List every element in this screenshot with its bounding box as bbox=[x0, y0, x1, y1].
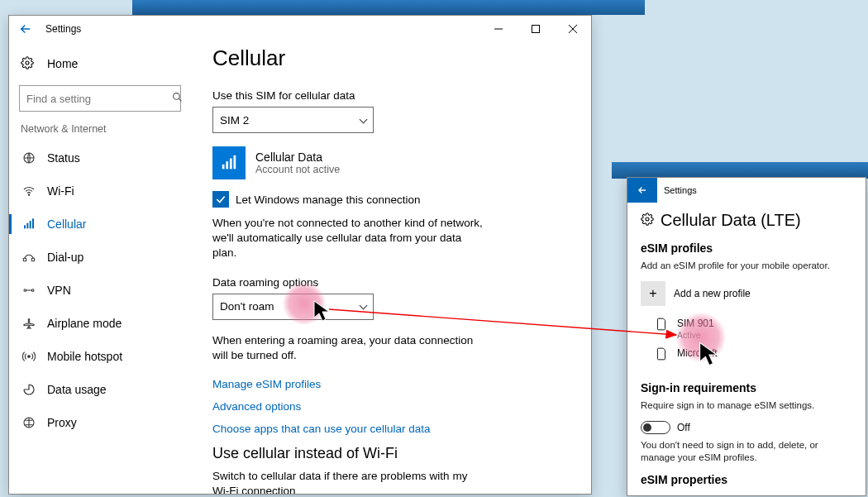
link-choose-apps[interactable]: Choose apps that can use your cellular d… bbox=[212, 423, 575, 435]
roaming-select[interactable]: Don't roam bbox=[212, 294, 374, 320]
wifi-fallback-sub: Switch to cellular data if there are pro… bbox=[212, 469, 485, 494]
dialup-icon bbox=[21, 251, 37, 264]
sidebar: Home Network & Internet Status Wi-Fi Cel… bbox=[9, 42, 191, 494]
content-pane: Cellular Use this SIM for cellular data … bbox=[191, 42, 591, 494]
svg-rect-21 bbox=[230, 159, 232, 170]
add-profile-label: Add a new profile bbox=[674, 288, 751, 299]
checkbox-label: Let Windows manage this connection bbox=[236, 194, 421, 206]
svg-rect-20 bbox=[226, 161, 228, 169]
svg-rect-9 bbox=[24, 225, 26, 228]
sidebar-item-airplane[interactable]: Airplane mode bbox=[9, 307, 191, 340]
profile-name: Microsoft bbox=[677, 347, 718, 359]
toggle-state-label: Off bbox=[677, 422, 690, 433]
find-setting-box[interactable] bbox=[19, 85, 181, 112]
sidebar-item-hotspot[interactable]: Mobile hotspot bbox=[9, 340, 191, 373]
roaming-label: Data roaming options bbox=[212, 276, 575, 289]
roaming-value: Don't roam bbox=[220, 300, 274, 313]
close-button[interactable] bbox=[554, 16, 591, 42]
link-manage-esim[interactable]: Manage eSIM profiles bbox=[212, 378, 575, 390]
sidebar-item-label: Data usage bbox=[47, 383, 107, 396]
gear-icon bbox=[21, 56, 37, 72]
globe-icon bbox=[21, 151, 37, 165]
svg-rect-12 bbox=[32, 218, 34, 228]
svg-rect-14 bbox=[31, 258, 34, 260]
sidebar-item-proxy[interactable]: Proxy bbox=[9, 406, 191, 439]
esim-window: Settings Cellular Data (LTE) eSIM profil… bbox=[627, 177, 866, 496]
profile-name: SIM 901 bbox=[677, 318, 714, 329]
sidebar-home[interactable]: Home bbox=[9, 47, 191, 80]
svg-rect-11 bbox=[30, 221, 31, 228]
manage-connection-checkbox-row[interactable]: Let Windows manage this connection bbox=[212, 191, 575, 208]
titlebar: Settings bbox=[9, 16, 591, 42]
add-profile-button[interactable]: + Add a new profile bbox=[641, 281, 852, 306]
sidebar-item-status[interactable]: Status bbox=[9, 141, 191, 174]
esim-profiles-heading: eSIM profiles bbox=[641, 241, 852, 255]
back-button[interactable] bbox=[627, 178, 657, 203]
cellular-icon bbox=[21, 217, 37, 231]
back-button[interactable] bbox=[9, 16, 42, 42]
esim-heading-text: Cellular Data (LTE) bbox=[661, 211, 801, 230]
roaming-desc: When entering a roaming area, your data … bbox=[212, 333, 485, 363]
esim-profile-row[interactable]: SIM 901 Active bbox=[641, 318, 852, 342]
data-usage-icon bbox=[21, 383, 37, 396]
chevron-down-icon bbox=[360, 115, 368, 123]
sidebar-item-vpn[interactable]: VPN bbox=[9, 274, 191, 307]
manage-connection-desc: When you're not connected to another kin… bbox=[212, 216, 485, 261]
signin-sub: Require sign in to manage eSIM settings. bbox=[641, 399, 852, 413]
sidebar-section-label: Network & Internet bbox=[9, 123, 191, 141]
svg-point-4 bbox=[26, 61, 29, 65]
sidebar-item-wifi[interactable]: Wi-Fi bbox=[9, 174, 191, 208]
checkbox-checked-icon bbox=[212, 191, 229, 208]
sim-select-label: Use this SIM for cellular data bbox=[212, 89, 575, 102]
link-advanced-options[interactable]: Advanced options bbox=[212, 400, 575, 413]
svg-point-23 bbox=[646, 217, 649, 221]
svg-point-17 bbox=[28, 356, 31, 358]
esim-profile-row[interactable]: Microsoft bbox=[641, 347, 852, 363]
signin-toggle-row[interactable]: Off bbox=[641, 421, 852, 434]
sidebar-item-dialup[interactable]: Dial-up bbox=[9, 241, 191, 274]
svg-rect-19 bbox=[222, 165, 225, 170]
wifi-fallback-heading: Use cellular instead of Wi-Fi bbox=[212, 445, 575, 462]
sidebar-item-label: Dial-up bbox=[47, 251, 83, 264]
sidebar-item-label: Mobile hotspot bbox=[47, 350, 122, 363]
sidebar-item-cellular[interactable]: Cellular bbox=[9, 208, 191, 241]
svg-point-15 bbox=[24, 289, 26, 292]
wifi-icon bbox=[21, 184, 37, 198]
chevron-down-icon bbox=[360, 302, 368, 310]
settings-window: Settings Home Network & Internet bbox=[8, 15, 592, 495]
hotspot-icon bbox=[21, 350, 37, 363]
airplane-icon bbox=[21, 317, 37, 330]
window-title: Settings bbox=[664, 185, 697, 195]
svg-rect-10 bbox=[26, 223, 28, 229]
page-title: Cellular bbox=[212, 45, 575, 71]
sidebar-item-label: VPN bbox=[47, 284, 71, 297]
sim-select[interactable]: SIM 2 bbox=[212, 107, 374, 133]
titlebar: Settings bbox=[627, 178, 866, 203]
svg-rect-13 bbox=[23, 258, 26, 260]
maximize-button[interactable] bbox=[517, 16, 554, 42]
sidebar-item-label: Proxy bbox=[47, 416, 77, 429]
minimize-button[interactable] bbox=[479, 16, 517, 42]
svg-rect-1 bbox=[532, 26, 539, 33]
search-input[interactable] bbox=[20, 93, 172, 105]
sidebar-item-label: Wi-Fi bbox=[47, 184, 74, 198]
proxy-icon bbox=[21, 416, 37, 429]
cellular-bars-icon bbox=[212, 146, 246, 179]
home-label: Home bbox=[47, 57, 78, 70]
vpn-icon bbox=[21, 284, 37, 297]
cellular-tile[interactable]: Cellular Data Account not active bbox=[212, 146, 575, 179]
svg-point-5 bbox=[174, 93, 180, 100]
gear-icon bbox=[641, 211, 654, 230]
plus-icon: + bbox=[641, 281, 665, 306]
search-icon bbox=[172, 92, 183, 105]
svg-point-16 bbox=[31, 289, 34, 292]
cellular-tile-sub: Account not active bbox=[255, 164, 340, 175]
signin-heading: Sign-in requirements bbox=[641, 381, 852, 394]
sidebar-item-datausage[interactable]: Data usage bbox=[9, 373, 191, 406]
svg-point-8 bbox=[28, 194, 29, 195]
sim-select-value: SIM 2 bbox=[220, 114, 249, 127]
sim-card-icon bbox=[656, 347, 670, 363]
toggle-off-icon bbox=[641, 421, 670, 434]
sidebar-item-label: Status bbox=[47, 151, 80, 165]
sidebar-item-label: Airplane mode bbox=[47, 317, 122, 330]
